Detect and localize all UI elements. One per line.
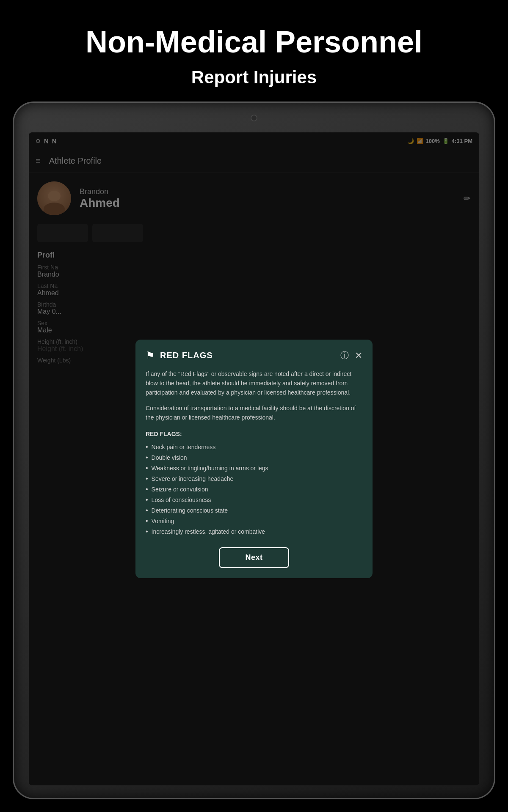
camera [251,115,257,121]
tablet-screen: ⊙ N N 🌙 📶 100% 🔋 4:31 PM ≡ Athlete Profi… [29,132,479,785]
list-item: Deteriorating conscious state [146,505,362,516]
dialog-header: ⚑ RED FLAGS ⓘ ✕ [146,350,362,362]
red-flags-dialog: ⚑ RED FLAGS ⓘ ✕ If any of the "Red Flags… [135,340,373,579]
dialog-title: RED FLAGS [160,351,213,360]
list-item: Loss of consciousness [146,495,362,505]
red-flags-list: Neck pain or tenderness Double vision We… [146,442,362,537]
dialog-intro-text: If any of the "Red Flags" or observable … [146,369,362,398]
next-button[interactable]: Next [219,547,289,568]
list-item: Neck pain or tenderness [146,442,362,453]
page-subtitle: Report Injuries [34,67,474,88]
list-item: Double vision [146,453,362,463]
list-item: Weakness or tingling/burning in arms or … [146,463,362,474]
dialog-body: If any of the "Red Flags" or observable … [146,369,362,538]
flag-icon: ⚑ [146,350,155,362]
info-icon[interactable]: ⓘ [340,350,349,361]
close-icon[interactable]: ✕ [355,351,362,360]
dialog-title-area: ⚑ RED FLAGS [146,350,213,362]
page-title: Non-Medical Personnel [34,25,474,59]
list-item: Severe or increasing headache [146,474,362,484]
dialog-header-actions: ⓘ ✕ [340,350,362,361]
list-item: Increasingly restless, agitated or comba… [146,527,362,537]
list-item: Seizure or convulsion [146,484,362,495]
dialog-transport-text: Consideration of transportation to a med… [146,403,362,422]
dialog-footer: Next [146,547,362,568]
red-flags-heading: RED FLAGS: [146,430,362,439]
dialog-overlay: ⚑ RED FLAGS ⓘ ✕ If any of the "Red Flags… [29,132,479,785]
list-item: Vomiting [146,516,362,527]
tablet-frame: ⊙ N N 🌙 📶 100% 🔋 4:31 PM ≡ Athlete Profi… [13,102,495,799]
